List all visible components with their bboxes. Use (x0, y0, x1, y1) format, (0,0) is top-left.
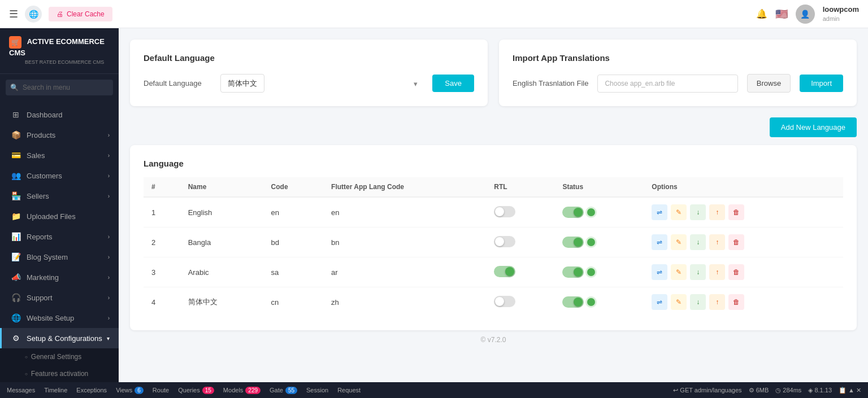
option-download-btn[interactable]: ↓ (690, 204, 706, 220)
sidebar-item-products[interactable]: 📦Products › (0, 125, 119, 145)
clear-cache-button[interactable]: 🖨 Clear Cache (49, 7, 112, 21)
option-download-btn[interactable]: ↓ (690, 294, 706, 310)
sub-item-features-activation[interactable]: Features activation (0, 365, 119, 382)
sidebar-item-marketing[interactable]: 📣Marketing › (0, 267, 119, 287)
cards-row: Default Language Default Language 简体中文 E… (130, 40, 857, 106)
rtl-toggle[interactable] (494, 206, 515, 217)
sidebar: 🛒 ACTIVE ECOMMERCE CMS BEST RATED ECOMME… (0, 28, 119, 382)
sidebar-item-sales[interactable]: 💳Sales › (0, 145, 119, 165)
option-delete-btn[interactable]: 🗑 (728, 204, 744, 220)
sidebar-menu: ⊞Dashboard 📦Products › 💳Sales › 👥Custome… (0, 101, 119, 382)
reports-chevron: › (108, 234, 110, 240)
language-card: Language # Name Code Flutter App Lang Co… (130, 145, 857, 330)
cell-status (554, 287, 644, 317)
support-chevron: › (108, 295, 110, 301)
option-translate-btn[interactable]: ⇌ (652, 264, 667, 280)
add-new-language-button[interactable]: Add New Language (770, 117, 857, 137)
save-button[interactable]: Save (432, 75, 474, 92)
sidebar-item-reports[interactable]: 📊Reports › (0, 226, 119, 247)
status-toggle[interactable] (562, 237, 584, 248)
marketing-chevron: › (108, 274, 110, 281)
globe-button[interactable]: 🌐 (25, 6, 42, 23)
hamburger-icon[interactable]: ☰ (9, 8, 18, 20)
footer-memory: ⚙ 6MB (749, 387, 769, 394)
option-translate-btn[interactable]: ⇌ (652, 234, 667, 250)
option-upload-btn[interactable]: ↑ (709, 294, 725, 310)
option-upload-btn[interactable]: ↑ (709, 264, 725, 280)
default-language-select[interactable]: 简体中文 English Bangla Arabic (220, 74, 264, 93)
cell-flutter-code: bn (323, 228, 486, 257)
sidebar-item-support[interactable]: 🎧Support › (0, 287, 119, 308)
option-translate-btn[interactable]: ⇌ (652, 294, 667, 310)
cell-rtl (486, 287, 554, 317)
footer-route[interactable]: Route (153, 387, 169, 393)
col-options: Options (644, 177, 843, 197)
option-edit-btn[interactable]: ✎ (671, 294, 687, 310)
footer-request[interactable]: Request (337, 387, 361, 393)
import-button[interactable]: Import (800, 75, 843, 92)
option-edit-btn[interactable]: ✎ (671, 264, 687, 280)
footer-time: ◷ 284ms (775, 387, 801, 394)
footer-messages[interactable]: Messages (7, 387, 35, 393)
table-row: 2 Bangla bd bn ⇌ ✎ ↓ ↑ 🗑 (144, 228, 843, 257)
option-translate-btn[interactable]: ⇌ (652, 204, 667, 220)
option-upload-btn[interactable]: ↑ (709, 204, 725, 220)
option-delete-btn[interactable]: 🗑 (728, 234, 744, 250)
sidebar-item-sellers[interactable]: 🏪Sellers › (0, 186, 119, 206)
option-upload-btn[interactable]: ↑ (709, 234, 725, 250)
sales-icon: 💳 (11, 151, 21, 160)
option-btns: ⇌ ✎ ↓ ↑ 🗑 (652, 294, 835, 310)
rtl-toggle[interactable] (494, 266, 515, 277)
default-language-card: Default Language Default Language 简体中文 E… (130, 40, 488, 106)
cell-name: English (180, 197, 263, 228)
sidebar-item-customers[interactable]: 👥Customers › (0, 165, 119, 186)
cell-options: ⇌ ✎ ↓ ↑ 🗑 (644, 257, 843, 287)
cell-code: sa (263, 257, 324, 287)
option-download-btn[interactable]: ↓ (690, 264, 706, 280)
status-wrapper (562, 296, 636, 308)
cell-rtl (486, 228, 554, 257)
status-toggle[interactable] (562, 207, 584, 218)
cell-name: Arabic (180, 257, 263, 287)
table-row: 3 Arabic sa ar ⇌ ✎ ↓ ↑ 🗑 (144, 257, 843, 287)
sidebar-item-website-setup[interactable]: 🌐Website Setup › (0, 308, 119, 328)
option-edit-btn[interactable]: ✎ (671, 204, 687, 220)
search-input[interactable] (6, 80, 113, 95)
footer-route-info: ↩ GET admin/languages (673, 387, 741, 394)
cell-status (554, 197, 644, 228)
sub-item-general-settings[interactable]: General Settings (0, 348, 119, 365)
footer-right: ↩ GET admin/languages ⚙ 6MB ◷ 284ms ◈ 8.… (673, 387, 861, 394)
status-toggle[interactable] (562, 266, 584, 278)
rtl-toggle[interactable] (494, 296, 515, 307)
option-edit-btn[interactable]: ✎ (671, 234, 687, 250)
option-delete-btn[interactable]: 🗑 (728, 264, 744, 280)
option-download-btn[interactable]: ↓ (690, 234, 706, 250)
cell-num: 1 (144, 197, 180, 228)
user-info: loowpcom admin (823, 5, 859, 23)
sidebar-item-blog[interactable]: 📝Blog System › (0, 247, 119, 267)
footer-models[interactable]: Models 229 (223, 387, 261, 394)
status-toggle[interactable] (562, 296, 584, 308)
footer-bar: Messages Timeline Exceptions Views 6 Rou… (0, 382, 868, 398)
sidebar-item-setup-config[interactable]: ⚙Setup & Configurations ▾ (0, 328, 119, 348)
cell-flutter-code: en (323, 197, 486, 228)
website-chevron: › (108, 315, 110, 321)
cache-icon: 🖨 (57, 10, 63, 18)
sellers-chevron: › (108, 193, 110, 199)
rtl-toggle[interactable] (494, 236, 515, 247)
sidebar-item-uploaded-files[interactable]: 📁Uploaded Files (0, 206, 119, 226)
footer-timeline[interactable]: Timeline (44, 387, 67, 393)
footer-gate[interactable]: Gate 55 (270, 387, 297, 394)
products-chevron: › (108, 132, 110, 138)
avatar[interactable]: 👤 (796, 5, 815, 24)
notification-icon[interactable]: 🔔 (756, 8, 767, 19)
option-delete-btn[interactable]: 🗑 (728, 294, 744, 310)
footer-views[interactable]: Views 6 (116, 387, 144, 394)
footer-queries[interactable]: Queries 15 (178, 387, 214, 394)
status-dot (587, 268, 595, 276)
footer-session[interactable]: Session (306, 387, 328, 393)
footer-exceptions[interactable]: Exceptions (76, 387, 107, 393)
browse-button[interactable]: Browse (747, 74, 791, 93)
import-translations-title: Import App Translations (513, 53, 843, 63)
sidebar-item-dashboard[interactable]: ⊞Dashboard (0, 104, 119, 125)
